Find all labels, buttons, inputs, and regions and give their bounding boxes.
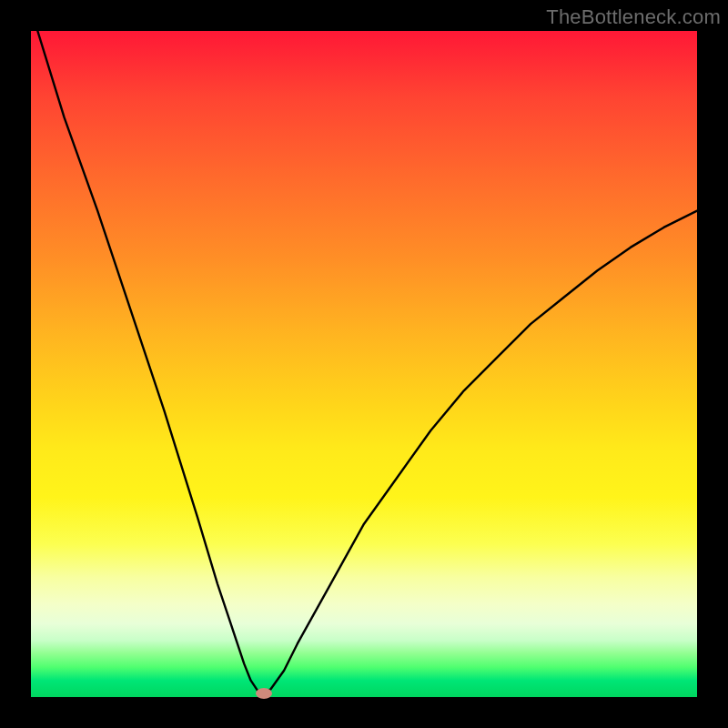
- watermark-text: TheBottleneck.com: [546, 5, 721, 29]
- chart-frame: TheBottleneck.com: [0, 0, 728, 728]
- chart-curve: [31, 31, 697, 697]
- optimum-marker: [256, 688, 272, 699]
- plot-area: [31, 31, 697, 697]
